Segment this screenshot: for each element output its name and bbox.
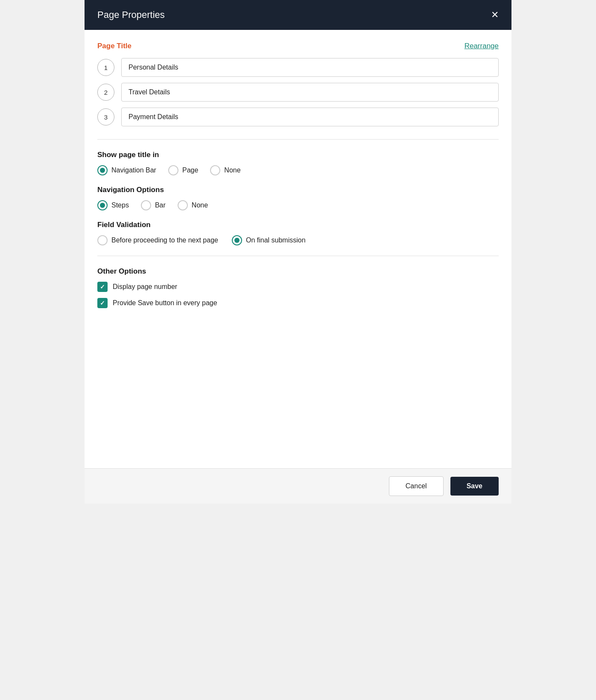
radio-item-none1[interactable]: None: [210, 165, 240, 175]
show-page-title-radio-group: Navigation Bar Page None: [97, 165, 499, 175]
field-validation-section: Field Validation Before proceeding to th…: [97, 221, 499, 245]
page-row-2: 2: [97, 83, 499, 102]
radio-outer-none2: [178, 200, 188, 210]
other-options-section: Other Options ✓ Display page number ✓ Pr…: [97, 267, 499, 308]
page-title-section: Page Title Rearrange 1 2 3: [97, 42, 499, 126]
radio-label-bar: Bar: [155, 201, 166, 209]
radio-item-steps[interactable]: Steps: [97, 200, 129, 210]
show-page-title-section: Show page title in Navigation Bar Page: [97, 151, 499, 175]
radio-label-on-final: On final submission: [246, 236, 306, 244]
divider-1: [97, 139, 499, 140]
page-number-3: 3: [97, 108, 114, 125]
radio-item-none2[interactable]: None: [178, 200, 208, 210]
checkbox-label-provide-save-btn: Provide Save button in every page: [113, 299, 217, 307]
page-title-header: Page Title Rearrange: [97, 42, 499, 50]
checkbox-group: ✓ Display page number ✓ Provide Save but…: [97, 282, 499, 308]
radio-outer-before-next: [97, 235, 108, 245]
other-options-label: Other Options: [97, 267, 499, 276]
radio-label-page: Page: [182, 166, 198, 174]
page-title-input-2[interactable]: [121, 83, 499, 102]
radio-item-on-final[interactable]: On final submission: [232, 235, 306, 245]
page-number-2: 2: [97, 84, 114, 101]
checkbox-display-page-num: ✓: [97, 282, 108, 292]
cancel-button[interactable]: Cancel: [389, 476, 444, 496]
modal-title: Page Properties: [97, 9, 165, 20]
radio-inner-on-final: [234, 238, 240, 243]
navigation-options-label: Navigation Options: [97, 186, 499, 194]
radio-label-nav-bar: Navigation Bar: [111, 166, 156, 174]
radio-outer-bar: [141, 200, 151, 210]
close-icon[interactable]: ✕: [491, 10, 499, 20]
modal-container: Page Properties ✕ Page Title Rearrange 1…: [85, 0, 511, 504]
checkbox-item-provide-save-btn[interactable]: ✓ Provide Save button in every page: [97, 298, 499, 308]
radio-outer-steps: [97, 200, 108, 210]
page-title-input-1[interactable]: [121, 58, 499, 77]
modal-body: Page Title Rearrange 1 2 3: [85, 30, 511, 468]
radio-item-nav-bar[interactable]: Navigation Bar: [97, 165, 156, 175]
radio-outer-nav-bar: [97, 165, 108, 175]
page-row-3: 3: [97, 108, 499, 126]
radio-outer-none1: [210, 165, 220, 175]
modal-header: Page Properties ✕: [85, 0, 511, 30]
navigation-options-radio-group: Steps Bar None: [97, 200, 499, 210]
radio-inner-steps: [100, 203, 105, 208]
page-title-label: Page Title: [97, 42, 131, 50]
divider-2: [97, 256, 499, 256]
save-button[interactable]: Save: [450, 477, 499, 496]
show-page-title-label: Show page title in: [97, 151, 499, 159]
radio-outer-page: [168, 165, 178, 175]
radio-item-page[interactable]: Page: [168, 165, 198, 175]
radio-item-before-next[interactable]: Before proceeding to the next page: [97, 235, 218, 245]
checkmark-provide-save-btn: ✓: [100, 300, 105, 306]
rearrange-link[interactable]: Rearrange: [465, 42, 499, 50]
checkbox-provide-save-btn: ✓: [97, 298, 108, 308]
radio-outer-on-final: [232, 235, 242, 245]
radio-label-none1: None: [224, 166, 240, 174]
page-title-input-3[interactable]: [121, 108, 499, 126]
modal-footer: Cancel Save: [85, 468, 511, 504]
checkbox-label-display-page-num: Display page number: [113, 283, 177, 291]
radio-label-steps: Steps: [111, 201, 129, 209]
radio-inner-nav-bar: [100, 168, 105, 173]
field-validation-label: Field Validation: [97, 221, 499, 229]
radio-label-before-next: Before proceeding to the next page: [111, 236, 218, 244]
field-validation-radio-group: Before proceeding to the next page On fi…: [97, 235, 499, 245]
radio-item-bar[interactable]: Bar: [141, 200, 166, 210]
checkbox-item-display-page-num[interactable]: ✓ Display page number: [97, 282, 499, 292]
checkmark-display-page-num: ✓: [100, 283, 105, 290]
page-row-1: 1: [97, 58, 499, 77]
navigation-options-section: Navigation Options Steps Bar None: [97, 186, 499, 210]
radio-label-none2: None: [192, 201, 208, 209]
page-number-1: 1: [97, 59, 114, 76]
